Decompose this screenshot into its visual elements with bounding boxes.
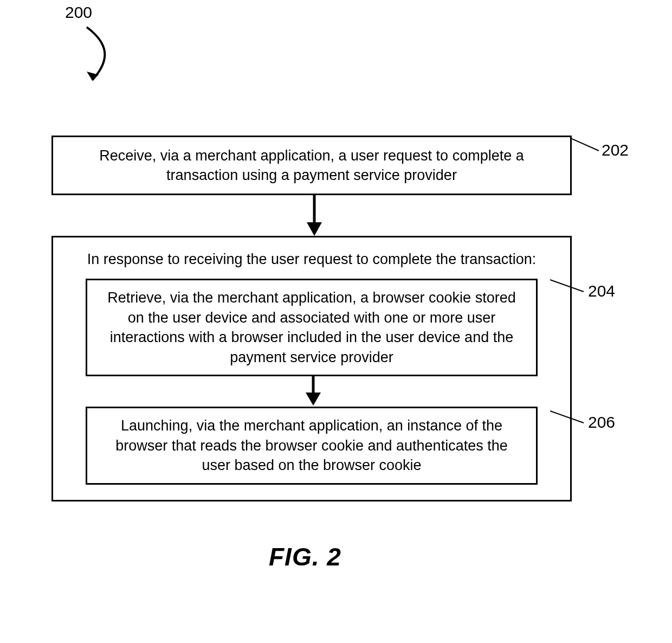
flow-group-title: In response to receiving the user reques… [64, 249, 559, 269]
flow-step-206: Launching, via the merchant application,… [86, 407, 538, 484]
svg-line-1 [572, 139, 599, 151]
arrow-202-to-204 [303, 195, 325, 239]
flow-step-202-text: Receive, via a merchant application, a u… [68, 146, 555, 185]
figure-caption: FIG. 2 [269, 542, 341, 571]
svg-line-6 [550, 280, 584, 292]
flow-step-204-text: Retrieve, via the merchant application, … [107, 290, 515, 365]
arrow-204-to-206 [302, 376, 324, 407]
flow-step-204: Retrieve, via the merchant application, … [86, 279, 538, 376]
ref-202: 202 [602, 141, 629, 159]
figure-number-label: 200 [65, 3, 92, 22]
flow-step-202: Receive, via a merchant application, a u… [51, 136, 572, 195]
svg-line-7 [550, 411, 584, 423]
svg-marker-5 [306, 393, 321, 406]
svg-marker-3 [307, 222, 322, 236]
flow-step-206-text: Launching, via the merchant application,… [115, 417, 507, 473]
figure-number-arrow [60, 22, 125, 92]
ref-206: 206 [588, 413, 615, 432]
ref-204: 204 [588, 282, 615, 300]
flow-group-response: In response to receiving the user reques… [51, 236, 572, 501]
